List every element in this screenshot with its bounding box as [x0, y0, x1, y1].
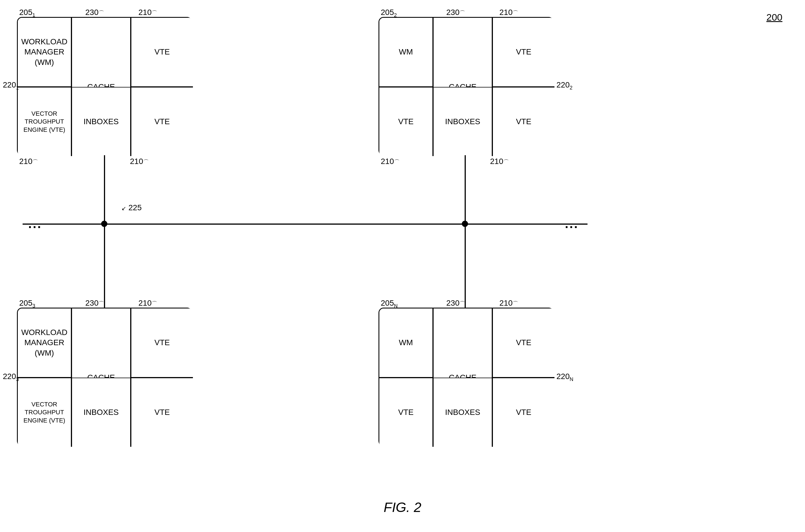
chip2-vte3: VTE: [492, 87, 554, 156]
ref-230-1: 230⌒: [85, 8, 104, 17]
ref-230-4: 230⌒: [446, 299, 465, 308]
chip-3: WORKLOADMANAGER(WM) CACHE VTE VECTORTROU…: [17, 308, 192, 446]
ref-210-1b: 210⌒: [19, 157, 38, 166]
chip3-vte3: VTE: [131, 378, 193, 447]
ref-220-3: 2203: [3, 372, 19, 382]
ref-210-1c: 210⌒: [130, 157, 149, 166]
chip1-wm: WORKLOADMANAGER(WM): [18, 18, 71, 87]
chip3-wm: WORKLOADMANAGER(WM): [18, 308, 71, 378]
chip4-wm: WM: [379, 308, 433, 378]
ref-200: 200: [766, 12, 782, 23]
ref-220-1: 2201: [3, 80, 19, 91]
ref-210-3a: 210⌒: [139, 299, 157, 308]
ref-210-2a: 210⌒: [499, 8, 518, 17]
chip2-wm: WM: [379, 18, 433, 87]
vert-line-1: [104, 155, 105, 224]
chip2-vte1: VTE: [492, 18, 554, 87]
chip-4: WM CACHE VTE VTE INBOXES VTE: [379, 308, 554, 446]
chip3-vte1: VTE: [131, 308, 193, 378]
chip3-inboxes: INBOXES: [71, 378, 131, 447]
diagram: 200 2051 230⌒ 210⌒ WORKLOADMANAGER(WM) C…: [0, 0, 805, 532]
chip1-vte3: VTE: [131, 87, 193, 156]
chip1-inboxes: INBOXES: [71, 87, 131, 156]
chip1-vte1: VTE: [131, 18, 193, 87]
chip-1: WORKLOADMANAGER(WM) CACHE VTE VECTORTROU…: [17, 17, 192, 155]
ref-230-3: 230⌒: [85, 299, 104, 308]
chip2-vte2: VTE: [379, 87, 433, 156]
ref-210-4a: 210⌒: [499, 299, 518, 308]
chip1-vte2: VECTORTROUGHPUTENGINE (VTE): [18, 87, 71, 156]
vert-line-2: [465, 155, 466, 224]
figure-caption: FIG. 2: [384, 499, 421, 515]
ref-220-2: 2202: [556, 80, 572, 91]
chip2-inboxes: INBOXES: [433, 87, 492, 156]
ref-210-2b: 210⌒: [381, 157, 400, 166]
ref-220-N: 220N: [556, 372, 573, 382]
chip4-vte3: VTE: [492, 378, 554, 447]
ref-225-arrow: ↙ 225: [122, 203, 142, 212]
ref-210-2c: 210⌒: [490, 157, 509, 166]
ref-230-2: 230⌒: [446, 8, 465, 17]
ellipsis-left: ...: [28, 217, 42, 231]
vert-line-4: [465, 224, 466, 308]
chip4-vte2: VTE: [379, 378, 433, 447]
ellipsis-right: ...: [565, 217, 579, 231]
chip-2: WM CACHE VTE VTE INBOXES VTE: [379, 17, 554, 155]
vert-line-3: [104, 224, 105, 308]
bus-horizontal: [23, 224, 587, 225]
chip4-inboxes: INBOXES: [433, 378, 492, 447]
ref-210-1a: 210⌒: [139, 8, 157, 17]
chip3-vte2: VECTORTROUGHPUTENGINE (VTE): [18, 378, 71, 447]
chip4-vte1: VTE: [492, 308, 554, 378]
